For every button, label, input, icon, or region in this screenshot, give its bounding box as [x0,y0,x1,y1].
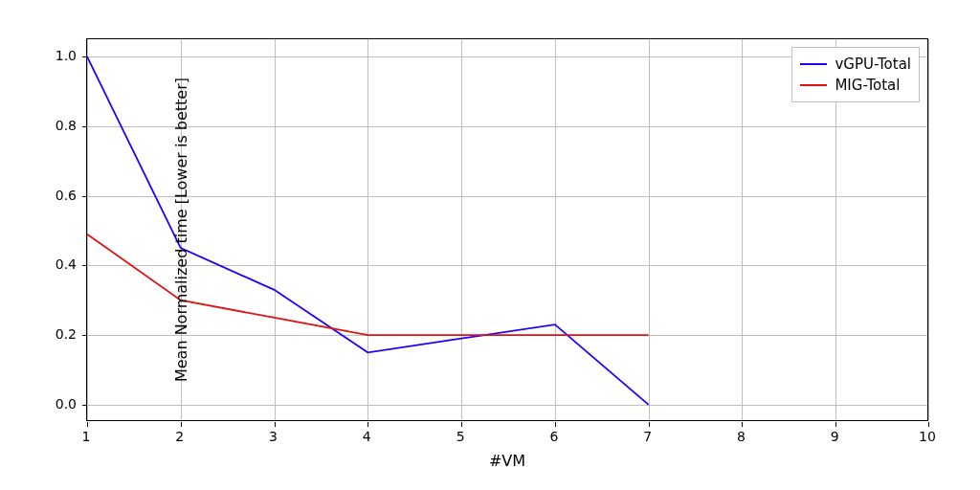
y-tick-label: 0.6 [38,188,77,203]
x-tick-label: 3 [269,429,278,444]
tick [649,422,650,427]
tick [742,422,743,427]
tick [275,422,276,427]
tick [555,422,556,427]
x-tick-label: 1 [82,429,91,444]
legend-label: MIG-Total [835,77,900,94]
x-axis-label: #VM [489,452,525,470]
y-tick-label: 0.8 [38,118,77,133]
y-tick-label: 0.4 [38,256,77,272]
legend-swatch [800,84,827,86]
tick [928,422,929,427]
tick [835,422,836,427]
chart-container: vGPU-Total MIG-Total 1 2 3 4 5 6 7 8 9 1… [86,38,928,421]
x-tick-label: 2 [175,429,184,444]
plot-area: vGPU-Total MIG-Total [86,38,928,421]
x-tick-label: 4 [363,429,371,444]
x-tick-label: 9 [831,429,839,444]
legend-entry-mig-total: MIG-Total [800,75,911,96]
legend-label: vGPU-Total [835,56,911,73]
y-axis-label: Mean Normalized time [Lower is better] [172,78,190,382]
tick [461,422,462,427]
x-tick-label: 6 [549,429,558,444]
x-tick-label: 8 [737,429,746,444]
y-tick-label: 1.0 [38,48,77,63]
tick [87,422,88,427]
legend: vGPU-Total MIG-Total [791,47,920,102]
tick [181,422,182,427]
x-tick-label: 10 [919,429,936,444]
y-tick-label: 0.2 [38,326,77,342]
legend-entry-vgpu-total: vGPU-Total [800,54,911,75]
y-tick-label: 0.0 [38,396,77,412]
x-tick-label: 5 [457,429,465,444]
x-tick-label: 7 [643,429,652,444]
tick [368,422,368,427]
legend-swatch [800,63,827,65]
